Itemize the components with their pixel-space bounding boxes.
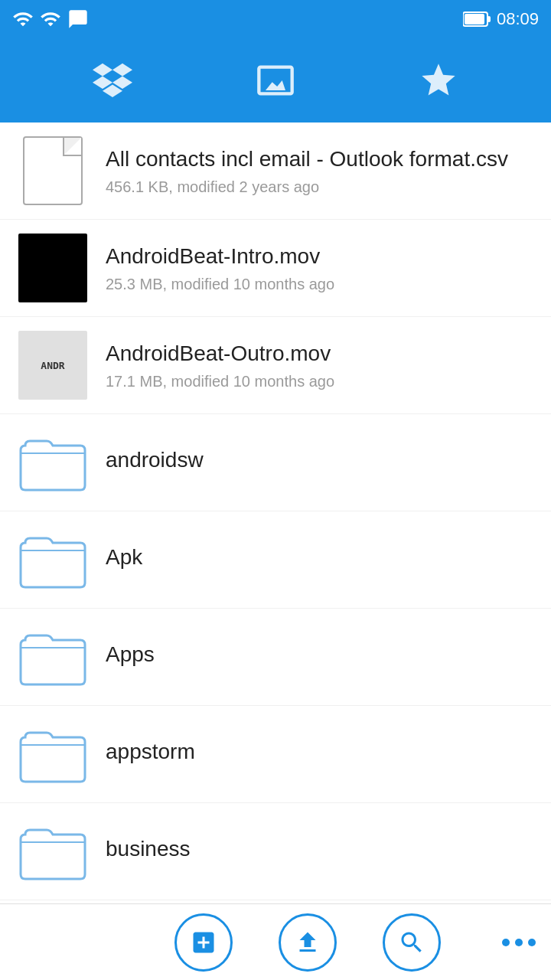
- status-time: 08:09: [497, 9, 539, 29]
- folder-icon: [19, 433, 86, 492]
- file-name: AndroidBeat-Intro.mov: [106, 243, 533, 270]
- bottom-bar: [0, 903, 551, 980]
- status-icons-right: 08:09: [463, 9, 539, 29]
- file-info: AndroidBeat-Outro.mov 17.1 MB, modified …: [106, 340, 533, 390]
- file-info: androidsw: [106, 446, 533, 479]
- list-item[interactable]: business: [0, 803, 551, 900]
- top-nav: [0, 38, 551, 122]
- file-info: AndroidBeat-Intro.mov 25.3 MB, modified …: [106, 243, 533, 292]
- upload-button[interactable]: [279, 913, 337, 972]
- file-name: Apps: [106, 641, 533, 668]
- more-dot-3: [528, 939, 536, 946]
- folder-icon: [19, 822, 86, 880]
- list-item[interactable]: androidsw: [0, 414, 551, 511]
- svg-rect-2: [487, 16, 491, 22]
- signal-icon: [12, 8, 34, 30]
- file-info: business: [106, 835, 533, 867]
- more-dot-2: [515, 939, 523, 946]
- file-thumbnail: ANDR: [18, 331, 87, 400]
- list-item[interactable]: AndroidBeat-Intro.mov 25.3 MB, modified …: [0, 220, 551, 317]
- file-thumbnail: [18, 428, 87, 497]
- file-info: Apk: [106, 544, 533, 576]
- status-icons-left: [12, 8, 89, 30]
- message-icon: [67, 8, 89, 30]
- list-item[interactable]: Apk: [0, 511, 551, 609]
- folder-icon: [19, 628, 86, 686]
- add-icon: [190, 929, 217, 956]
- file-thumbnail: [18, 234, 87, 302]
- file-name: business: [106, 835, 533, 863]
- search-icon: [398, 929, 425, 956]
- file-thumbnail: [18, 720, 87, 789]
- status-bar: 08:09: [0, 0, 551, 38]
- file-thumbnail: [18, 817, 87, 886]
- list-item[interactable]: ANDR AndroidBeat-Outro.mov 17.1 MB, modi…: [0, 317, 551, 414]
- csv-file-icon: [23, 136, 83, 205]
- battery-icon: [463, 11, 491, 28]
- more-dot-1: [502, 939, 510, 946]
- file-meta: 25.3 MB, modified 10 months ago: [106, 276, 533, 293]
- file-info: appstorm: [106, 738, 533, 770]
- file-thumbnail: [18, 136, 87, 205]
- file-meta: 17.1 MB, modified 10 months ago: [106, 373, 533, 390]
- dropbox-nav-icon[interactable]: [93, 60, 132, 100]
- video-black-icon: [18, 234, 87, 302]
- list-item[interactable]: Apps: [0, 609, 551, 706]
- file-info: All contacts incl email - Outlook format…: [106, 145, 533, 195]
- wifi-icon: [40, 8, 61, 30]
- folder-icon: [19, 725, 86, 783]
- upload-icon: [294, 929, 321, 956]
- list-item[interactable]: All contacts incl email - Outlook format…: [0, 122, 551, 220]
- search-button[interactable]: [383, 913, 441, 972]
- photos-nav-icon[interactable]: [256, 60, 295, 100]
- file-name: appstorm: [106, 738, 533, 766]
- file-meta: 456.1 KB, modified 2 years ago: [106, 178, 533, 196]
- file-name: AndroidBeat-Outro.mov: [106, 340, 533, 368]
- add-button[interactable]: [174, 913, 233, 972]
- svg-rect-1: [465, 14, 484, 24]
- folder-icon: [19, 531, 86, 589]
- file-name: androidsw: [106, 446, 533, 474]
- video-androidbeat-icon: ANDR: [18, 331, 87, 400]
- file-info: Apps: [106, 641, 533, 673]
- favorites-nav-icon[interactable]: [419, 60, 458, 100]
- file-name: Apk: [106, 544, 533, 571]
- file-thumbnail: [18, 525, 87, 594]
- more-button[interactable]: [502, 939, 536, 946]
- file-name: All contacts incl email - Outlook format…: [106, 145, 533, 173]
- file-list: All contacts incl email - Outlook format…: [0, 122, 551, 903]
- list-item[interactable]: appstorm: [0, 706, 551, 803]
- file-thumbnail: [18, 622, 87, 691]
